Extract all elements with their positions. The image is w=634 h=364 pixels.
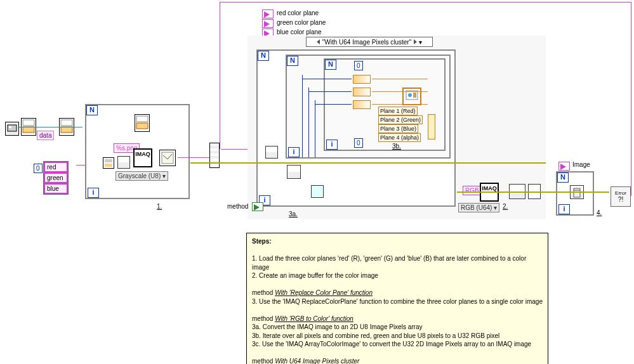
svg-rect-1 bbox=[9, 126, 11, 128]
wire-blue-h3 bbox=[315, 104, 352, 105]
color-u64-indicator bbox=[402, 88, 421, 105]
color-names-array: red green blue bbox=[43, 161, 69, 195]
wire-blue-2 bbox=[308, 88, 309, 157]
for4-n: N bbox=[557, 172, 569, 183]
imaq-create-1[interactable]: IMAQ bbox=[133, 148, 152, 167]
index-array-vi[interactable] bbox=[265, 146, 278, 159]
svg-rect-13 bbox=[413, 93, 416, 98]
wire-pink-3 bbox=[221, 149, 248, 150]
for-col-i: i bbox=[288, 147, 300, 157]
for-col-n: N bbox=[287, 56, 298, 66]
steps-s2: 2. Create an image buffer for the color … bbox=[252, 272, 378, 279]
image-indicator-terminal bbox=[558, 162, 570, 171]
data-local-var: data bbox=[37, 131, 54, 140]
method-terminal bbox=[252, 202, 263, 211]
steps-s1: 1. Load the three color planes 'red' (R)… bbox=[252, 255, 526, 271]
simple-error-handler[interactable]: Error ?! bbox=[611, 186, 631, 207]
color-row-blue: blue bbox=[44, 183, 68, 194]
rgb-u64-text: RGB (U64) bbox=[461, 204, 492, 211]
zero-const-inner: 0 bbox=[354, 61, 363, 70]
plane2-item: Plane 2 (Green) bbox=[378, 115, 423, 124]
build-array-node[interactable] bbox=[209, 143, 220, 168]
imaq-to-array-vi[interactable] bbox=[287, 165, 301, 179]
svg-rect-14 bbox=[574, 188, 580, 197]
svg-rect-10 bbox=[162, 152, 173, 164]
wire-error-main bbox=[190, 162, 546, 164]
wire-org-2 bbox=[372, 91, 428, 92]
for3a-n: N bbox=[258, 51, 269, 61]
steps-comment: Steps: 1. Load the three color planes 'r… bbox=[246, 233, 548, 364]
svg-rect-9 bbox=[105, 164, 112, 167]
feedback-wire-left bbox=[220, 2, 220, 149]
step-3a-label: 3a. bbox=[289, 211, 298, 218]
for4-i: i bbox=[558, 204, 570, 214]
feedback-wire-top bbox=[220, 2, 631, 3]
image-indicator-label: Image bbox=[572, 161, 590, 168]
wire-blue-3 bbox=[315, 100, 315, 157]
plane4-item: Plane 4 (alpha) bbox=[378, 133, 421, 142]
wire-pink-arr bbox=[76, 165, 85, 166]
svg-rect-5 bbox=[61, 127, 72, 133]
grayscale-ring[interactable]: Grayscale (U8) ▾ bbox=[116, 171, 168, 181]
svg-rect-7 bbox=[136, 123, 148, 129]
steps-m1-3: 3. Use the 'IMAQ ReplaceColorPlane' func… bbox=[252, 298, 543, 305]
blue-plane-label: blue color plane bbox=[277, 29, 322, 36]
bundle-by-name[interactable] bbox=[428, 114, 435, 140]
unbundle-vi[interactable] bbox=[311, 185, 324, 198]
steps-m2-3b: 3b. Iterate over all pixels and combine … bbox=[252, 332, 499, 339]
green-plane-terminal bbox=[262, 19, 274, 28]
steps-title: Steps: bbox=[252, 238, 272, 245]
case-prev-icon[interactable] bbox=[317, 39, 320, 44]
wire-blue-h1 bbox=[302, 79, 352, 79]
green-plane-label: green color plane bbox=[277, 19, 326, 26]
wire-org-3 bbox=[372, 104, 428, 105]
for3b-i: i bbox=[326, 140, 338, 150]
grayscale-ring-text: Grayscale (U8) bbox=[118, 172, 161, 179]
svg-rect-6 bbox=[136, 116, 148, 122]
steps-m2-head: With 'RGB to Color' function bbox=[275, 315, 353, 322]
steps-m2-3c: 3c. Use the 'IMAQ ArrayToColorImage' to … bbox=[252, 341, 531, 348]
svg-point-12 bbox=[408, 93, 412, 97]
case-selector[interactable]: "With U64 Image Pixels cluster" ▾ bbox=[306, 37, 433, 47]
for3b-n: N bbox=[325, 60, 336, 70]
method-label: method bbox=[227, 203, 248, 210]
format-node[interactable] bbox=[103, 157, 114, 169]
red-plane-terminal bbox=[262, 10, 274, 18]
plane1-item: Plane 1 (Red) bbox=[378, 107, 418, 115]
prop-node-3[interactable] bbox=[135, 114, 150, 132]
convert-u16-3[interactable] bbox=[353, 100, 371, 109]
steps-m1-head: With 'Replace Color Pane' function bbox=[275, 289, 373, 296]
steps-m2-3a: 3a. Convert the IMAQ image to an 2D U8 I… bbox=[252, 323, 422, 330]
feedback-wire-right bbox=[631, 2, 631, 196]
wire-org-1 bbox=[372, 79, 428, 79]
rgb-u64-ring[interactable]: RGB (U64) ▾ bbox=[458, 203, 499, 212]
red-plane-label: red color plane bbox=[277, 10, 319, 16]
zero-index-const: 0 bbox=[34, 164, 43, 173]
for1-i: i bbox=[88, 188, 99, 198]
app-ref-icon bbox=[5, 122, 19, 136]
case-next-icon[interactable] bbox=[414, 39, 417, 44]
step-3b-label: 3b. bbox=[392, 143, 401, 150]
svg-rect-2 bbox=[23, 120, 34, 126]
imaq-readfile-vi[interactable] bbox=[159, 150, 176, 166]
wire-pink-2 bbox=[178, 157, 209, 158]
color-row-red: red bbox=[44, 162, 68, 172]
path-build-vi[interactable] bbox=[117, 156, 130, 169]
wire-error-2 bbox=[457, 192, 546, 193]
wire-blue-1 bbox=[302, 75, 303, 157]
svg-rect-8 bbox=[105, 159, 112, 162]
svg-rect-4 bbox=[61, 120, 72, 126]
case-selector-label: "With U64 Image Pixels cluster" bbox=[322, 39, 411, 46]
plane3-item: Plane 3 (Blue) bbox=[378, 124, 418, 133]
rgb-const: RGB bbox=[463, 186, 482, 195]
step-2-label: 2. bbox=[503, 203, 508, 210]
wire-blue-h2 bbox=[308, 91, 352, 92]
wire-teal-1 bbox=[19, 127, 83, 127]
for1-n: N bbox=[86, 105, 98, 115]
zero-const-inner-2: 0 bbox=[354, 138, 363, 148]
convert-u16-2[interactable] bbox=[353, 88, 371, 96]
svg-rect-3 bbox=[23, 127, 34, 133]
wire-error-3 bbox=[546, 192, 609, 193]
convert-u16-1[interactable] bbox=[353, 75, 371, 84]
steps-m3-head: With U64 Image Pixels cluster bbox=[275, 358, 359, 364]
